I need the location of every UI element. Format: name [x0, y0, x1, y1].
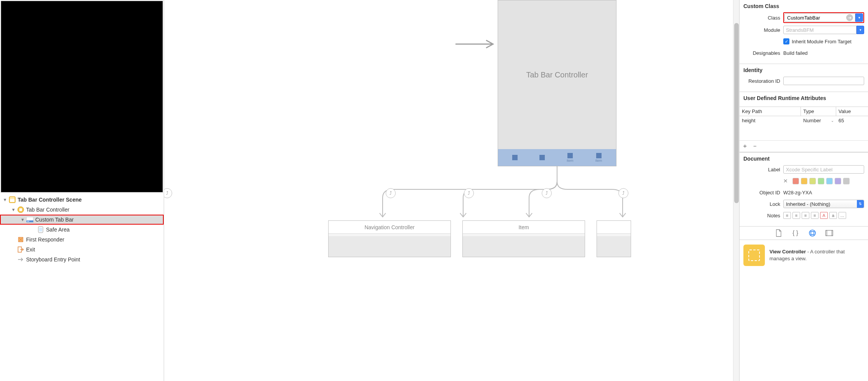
swatch-orange[interactable]	[801, 178, 807, 184]
lock-value: Inherited - (Nothing)	[786, 201, 830, 207]
navigate-icon[interactable]: ➜	[846, 14, 853, 21]
vertical-scrollbar[interactable]	[733, 0, 739, 381]
swatch-gray[interactable]	[843, 178, 850, 184]
outline-tbc-row[interactable]: ▼ Tab Bar Controller	[0, 205, 164, 215]
cell-value[interactable]: 65	[836, 116, 868, 125]
outline-tbc-label: Tab Bar Controller	[26, 207, 69, 213]
table-row[interactable]: height Number⌄ 65	[740, 116, 868, 125]
module-dropdown[interactable]: ▾	[856, 26, 864, 34]
swatch-blue[interactable]	[826, 178, 833, 184]
segue-relationship-icon[interactable]: ⤴	[542, 188, 552, 198]
tab-bar[interactable]: Item Item	[498, 149, 616, 166]
swatch-green[interactable]	[818, 178, 824, 184]
swatch-yellow[interactable]	[809, 178, 816, 184]
square-icon	[512, 155, 518, 160]
child-scene[interactable]: Item	[462, 220, 585, 257]
swatch-red[interactable]	[792, 178, 799, 184]
tab-item[interactable]	[539, 155, 545, 161]
more-icon[interactable]: …	[838, 212, 846, 219]
media-library-icon[interactable]	[825, 229, 833, 237]
tab-item[interactable]: Item	[567, 153, 574, 163]
lock-select[interactable]: Inherited - (Nothing) ⇅	[783, 200, 864, 208]
code-snippet-icon[interactable]: { }	[791, 229, 800, 237]
outline-exit-label: Exit	[26, 246, 35, 253]
document-outline[interactable]: ▼ Tab Bar Controller Scene ▼ Tab Bar Con…	[0, 193, 164, 381]
outline-scene-label: Tab Bar Controller Scene	[18, 197, 82, 203]
outline-safearea-label: Safe Area	[46, 227, 70, 233]
controller-icon	[17, 206, 25, 213]
table-footer: ＋ －	[740, 140, 868, 152]
chevron-down-icon[interactable]: ▼	[2, 197, 8, 202]
svg-rect-4	[19, 208, 22, 211]
file-template-icon[interactable]	[774, 229, 783, 237]
header-value[interactable]: Value	[836, 107, 868, 116]
square-icon	[539, 155, 545, 160]
lock-label: Lock	[743, 201, 783, 207]
inherit-checkbox[interactable]: ✓	[783, 38, 789, 44]
class-input[interactable]	[784, 13, 855, 22]
outline-safearea-row[interactable]: Safe Area	[0, 225, 164, 235]
restoration-id-label: Restoration ID	[743, 78, 783, 84]
class-dropdown[interactable]: ▾	[855, 13, 863, 22]
tab-bar-controller-scene[interactable]: Tab Bar Controller Item Item	[498, 0, 616, 166]
swatch-purple[interactable]	[835, 178, 841, 184]
arrow-right-icon	[17, 256, 25, 263]
outline-entry-point-row[interactable]: ▼ Storyboard Entry Point	[0, 255, 164, 264]
cell-type[interactable]: Number⌄	[801, 116, 836, 125]
child-scene[interactable]: Navigation Controller	[328, 220, 451, 257]
object-library-icon[interactable]	[808, 229, 817, 237]
object-id-value: W28-zg-YXA	[783, 190, 812, 195]
module-input[interactable]	[783, 26, 856, 34]
color-swatches	[792, 178, 850, 184]
segue-relationship-icon[interactable]: ⤴	[164, 188, 172, 198]
svg-rect-2	[10, 199, 15, 202]
svg-rect-10	[39, 228, 42, 232]
child-header-label: Item	[463, 221, 585, 234]
library-item-title: View Controller	[769, 249, 806, 255]
align-right-icon[interactable]: ≡	[802, 212, 809, 219]
align-center-icon[interactable]: ≡	[792, 212, 800, 219]
outline-first-responder-row[interactable]: ▼ First Responder	[0, 235, 164, 245]
storyboard-canvas[interactable]: Tab Bar Controller Item Item ⤴ ⤴ ⤴ ⤴ ⤴ N…	[164, 0, 739, 381]
runtime-attributes-section: User Defined Runtime Attributes Key Path…	[740, 92, 868, 153]
entry-arrow-icon	[455, 38, 498, 50]
child-body	[597, 234, 631, 257]
outline-first-responder-label: First Responder	[26, 236, 64, 243]
tabbar-icon	[26, 216, 34, 223]
library-item-text: View Controller - A controller that mana…	[769, 248, 864, 262]
outline-scene-row[interactable]: ▼ Tab Bar Controller Scene	[0, 195, 164, 205]
scrollbar-thumb[interactable]	[734, 23, 739, 203]
add-button[interactable]: ＋	[742, 142, 748, 150]
remove-button[interactable]: －	[752, 142, 758, 150]
align-justify-icon[interactable]: ≡	[811, 212, 819, 219]
font-panel-icon[interactable]: a	[829, 212, 837, 219]
library-item[interactable]: View Controller - A controller that mana…	[740, 240, 868, 271]
tab-item-label: Item	[567, 159, 574, 163]
svg-rect-13	[811, 232, 814, 235]
tab-item[interactable]	[512, 155, 518, 161]
library-tab-bar: { }	[740, 226, 868, 240]
segue-relationship-icon[interactable]: ⤴	[618, 188, 628, 198]
header-keypath[interactable]: Key Path	[740, 107, 801, 116]
child-header-label	[597, 221, 631, 234]
chevron-down-icon[interactable]: ▼	[11, 207, 16, 212]
clear-color-icon[interactable]: ✕	[783, 178, 788, 184]
align-left-icon[interactable]: ≡	[783, 212, 791, 219]
child-scene[interactable]	[597, 220, 631, 257]
segue-relationship-icon[interactable]: ⤴	[464, 188, 474, 198]
svg-rect-15	[826, 230, 827, 236]
label-input[interactable]	[783, 165, 864, 174]
table-header-row: Key Path Type Value	[740, 107, 868, 116]
cell-keypath[interactable]: height	[740, 116, 801, 125]
chevron-down-icon[interactable]: ▼	[20, 217, 25, 222]
section-title: User Defined Runtime Attributes	[740, 92, 868, 103]
outline-custom-tabbar-row[interactable]: ▼ Custom Tab Bar	[0, 215, 164, 225]
runtime-table[interactable]: Key Path Type Value height Number⌄ 65 ＋ …	[740, 107, 868, 152]
outline-exit-row[interactable]: ▼ Exit	[0, 245, 164, 255]
restoration-id-input[interactable]	[783, 77, 864, 85]
tab-item[interactable]: Item	[595, 153, 602, 163]
header-type[interactable]: Type	[801, 107, 836, 116]
square-icon	[567, 153, 573, 158]
text-color-icon[interactable]: A	[820, 212, 828, 219]
segue-relationship-icon[interactable]: ⤴	[386, 188, 396, 198]
